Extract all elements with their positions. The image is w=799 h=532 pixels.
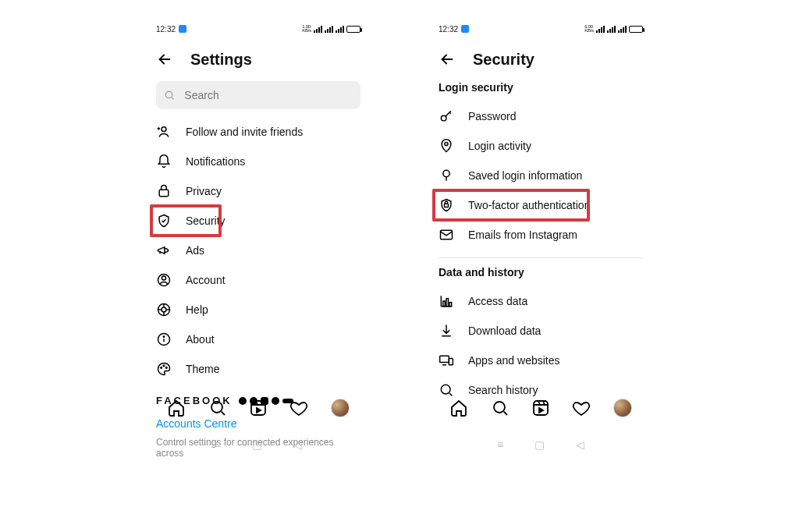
palette-icon	[156, 361, 172, 377]
security-item-password[interactable]: Password	[439, 101, 643, 131]
search-box[interactable]	[156, 81, 360, 109]
settings-screen: 12:32 1.00KB/s Settings	[156, 22, 360, 459]
sys-back-icon[interactable]: ◁	[293, 438, 302, 451]
account-icon	[156, 272, 172, 288]
settings-item-ads[interactable]: Ads	[156, 236, 360, 265]
system-nav: ≡ ▢ ◁	[156, 438, 360, 451]
status-indicators: 1.00KB/s	[302, 25, 360, 33]
bottom-nav	[439, 390, 643, 426]
signal-icon-2	[325, 26, 333, 33]
signal-icon-2	[607, 26, 616, 33]
svg-rect-26	[449, 303, 452, 307]
security-item-saved-login[interactable]: Saved login information	[439, 161, 643, 190]
signal-icon-1	[314, 26, 322, 33]
sys-recent-icon[interactable]: ≡	[497, 438, 503, 451]
security-screen: 12:32 6.00KB/s Security Login security	[439, 22, 643, 459]
sys-home-icon[interactable]: ▢	[534, 438, 545, 451]
status-app-badge	[461, 25, 469, 33]
shield-check-icon	[156, 213, 172, 229]
settings-item-label: Notifications	[186, 155, 245, 168]
add-user-icon	[156, 124, 172, 140]
settings-item-notifications[interactable]: Notifications	[156, 147, 360, 176]
sys-back-icon[interactable]: ◁	[576, 438, 584, 451]
back-button[interactable]	[439, 51, 456, 68]
network-indicator-1: 6.00KB/s	[584, 25, 594, 33]
status-time: 12:32	[439, 25, 458, 34]
nav-profile-avatar[interactable]	[331, 399, 350, 417]
page-title: Settings	[190, 51, 252, 69]
bottom-nav	[156, 390, 360, 426]
settings-item-label: Ads	[186, 244, 204, 257]
security-item-label: Emails from Instagram	[468, 229, 577, 241]
megaphone-icon	[156, 243, 172, 258]
search-input[interactable]	[183, 88, 353, 102]
svg-point-11	[166, 367, 168, 369]
settings-item-follow-invite[interactable]: Follow and invite friends	[156, 117, 360, 147]
settings-item-label: About	[186, 333, 215, 346]
svg-point-6	[162, 307, 166, 312]
svg-rect-27	[440, 356, 449, 362]
nav-profile-avatar[interactable]	[613, 399, 632, 417]
page-title: Security	[473, 51, 534, 69]
chart-icon	[439, 293, 454, 309]
settings-item-account[interactable]: Account	[156, 265, 360, 295]
svg-point-9	[161, 367, 162, 369]
security-item-label: Download data	[468, 325, 541, 337]
security-item-label: Access data	[468, 295, 527, 307]
settings-item-theme[interactable]: Theme	[156, 354, 360, 384]
settings-item-label: Privacy	[186, 185, 222, 197]
nav-reels[interactable]	[249, 399, 268, 417]
settings-item-label: Theme	[186, 363, 220, 375]
svg-point-17	[211, 402, 222, 413]
security-item-apps-websites[interactable]: Apps and websites	[439, 346, 643, 375]
bell-icon	[156, 154, 172, 169]
svg-point-0	[165, 91, 172, 98]
download-icon	[439, 323, 454, 339]
security-item-emails[interactable]: Emails from Instagram	[439, 220, 643, 250]
signal-icon-1	[596, 26, 605, 33]
svg-point-21	[443, 170, 449, 176]
status-time: 12:32	[156, 25, 176, 34]
settings-item-help[interactable]: Help	[156, 295, 360, 325]
svg-rect-24	[443, 301, 446, 307]
nav-home[interactable]	[167, 399, 186, 417]
svg-point-10	[163, 365, 165, 367]
sys-recent-icon[interactable]: ≡	[215, 438, 221, 451]
sys-home-icon[interactable]: ▢	[252, 438, 262, 451]
security-item-access-data[interactable]: Access data	[439, 286, 643, 316]
settings-item-label: Help	[186, 303, 208, 316]
settings-item-about[interactable]: About	[156, 325, 360, 354]
nav-reels[interactable]	[531, 399, 550, 417]
nav-activity[interactable]	[289, 399, 308, 417]
nav-home[interactable]	[449, 399, 468, 417]
nav-search[interactable]	[208, 399, 227, 417]
search-icon	[164, 89, 175, 101]
shield-lock-icon	[439, 197, 454, 213]
battery-icon	[346, 26, 360, 33]
info-icon	[156, 332, 172, 347]
app-bar: Security	[439, 47, 643, 72]
battery-icon	[629, 26, 643, 33]
svg-point-1	[162, 127, 166, 132]
app-bar: Settings	[156, 47, 360, 72]
svg-rect-18	[251, 401, 265, 415]
system-nav: ≡ ▢ ◁	[439, 438, 643, 451]
status-app-badge	[179, 25, 186, 33]
svg-point-30	[494, 402, 505, 413]
settings-item-security[interactable]: Security	[156, 206, 360, 236]
settings-item-privacy[interactable]: Privacy	[156, 176, 360, 206]
back-button[interactable]	[156, 51, 173, 68]
security-item-download-data[interactable]: Download data	[439, 316, 643, 346]
section-login-security: Login security	[439, 81, 643, 94]
nav-search[interactable]	[491, 399, 510, 417]
security-item-two-factor[interactable]: Two-factor authentication	[439, 190, 643, 220]
nav-activity[interactable]	[572, 399, 591, 417]
key-icon	[439, 108, 454, 124]
status-bar: 12:32 6.00KB/s	[439, 22, 643, 36]
security-item-label: Login activity	[468, 140, 531, 152]
location-icon	[439, 138, 454, 154]
security-item-label: Two-factor authentication	[468, 199, 590, 211]
security-item-label: Saved login information	[468, 169, 582, 182]
security-item-login-activity[interactable]: Login activity	[439, 131, 643, 161]
settings-item-label: Security	[186, 215, 225, 227]
